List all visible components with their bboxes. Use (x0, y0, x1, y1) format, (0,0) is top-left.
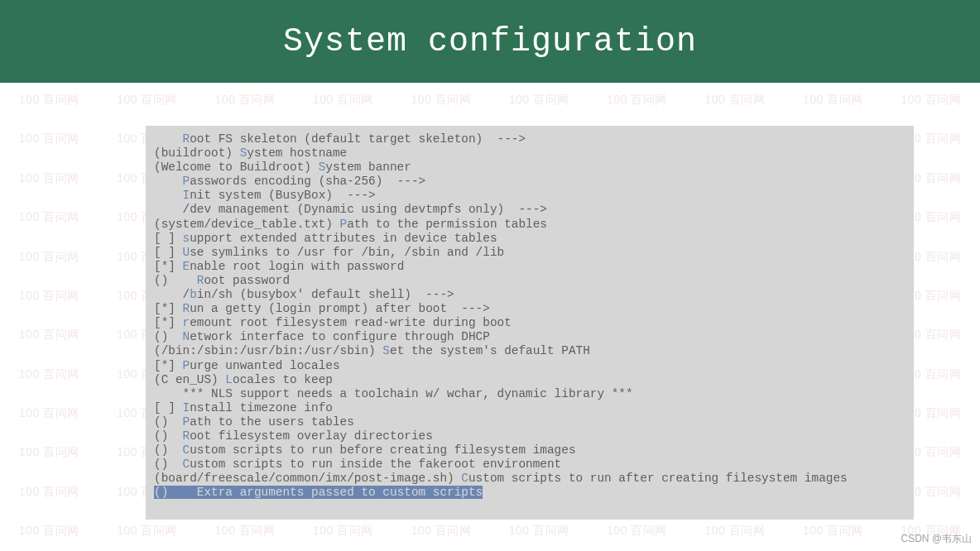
menu-item[interactable]: Init system (BusyBox) ---> (154, 189, 906, 203)
menu-item[interactable]: (board/freescale/common/imx/post-image.s… (154, 472, 906, 486)
attribution-text: CSDN @韦东山 (901, 532, 972, 546)
menu-item[interactable]: () Network interface to configure throug… (154, 330, 906, 344)
menu-item[interactable]: () Custom scripts to run inside the fake… (154, 458, 906, 472)
menu-item[interactable]: [ ] support extended attributes in devic… (154, 232, 906, 246)
slide-title: System configuration (283, 23, 697, 60)
menu-item[interactable]: [*] Run a getty (login prompt) after boo… (154, 302, 906, 316)
menu-item[interactable]: *** NLS support needs a toolchain w/ wch… (154, 387, 906, 401)
menu-item[interactable]: [*] Purge unwanted locales (154, 359, 906, 373)
menu-item[interactable]: (/bin:/sbin:/usr/bin:/usr/sbin) Set the … (154, 344, 906, 358)
menu-item[interactable]: () Root filesystem overlay directories (154, 429, 906, 443)
menu-item-selected[interactable]: () Extra arguments passed to custom scri… (154, 486, 906, 500)
menu-item[interactable]: (C en_US) Locales to keep (154, 373, 906, 387)
menu-item[interactable]: Passwords encoding (sha-256) ---> (154, 175, 906, 189)
menu-item[interactable]: () Root password (154, 274, 906, 288)
menu-item[interactable]: [*] Enable root login with password (154, 260, 906, 274)
menu-item[interactable]: [ ] Install timezone info (154, 401, 906, 415)
menu-item[interactable]: () Custom scripts to run before creating… (154, 443, 906, 458)
menuconfig-terminal[interactable]: Root FS skeleton (default target skeleto… (146, 126, 914, 520)
menu-item[interactable]: [*] remount root filesystem read-write d… (154, 316, 906, 330)
menu-item[interactable]: (system/device_table.txt) Path to the pe… (154, 218, 906, 232)
slide-header: System configuration (0, 0, 980, 83)
menu-item[interactable]: [ ] Use symlinks to /usr for /bin, /sbin… (154, 246, 906, 260)
menu-item[interactable]: /dev management (Dynamic using devtmpfs … (154, 203, 906, 217)
menu-item[interactable]: (Welcome to Buildroot) System banner (154, 161, 906, 175)
menu-item[interactable]: () Path to the users tables (154, 415, 906, 429)
menu-item[interactable]: Root FS skeleton (default target skeleto… (154, 132, 906, 146)
menu-item[interactable]: (buildroot) System hostname (154, 146, 906, 161)
menu-item[interactable]: /bin/sh (busybox' default shell) ---> (154, 288, 906, 302)
